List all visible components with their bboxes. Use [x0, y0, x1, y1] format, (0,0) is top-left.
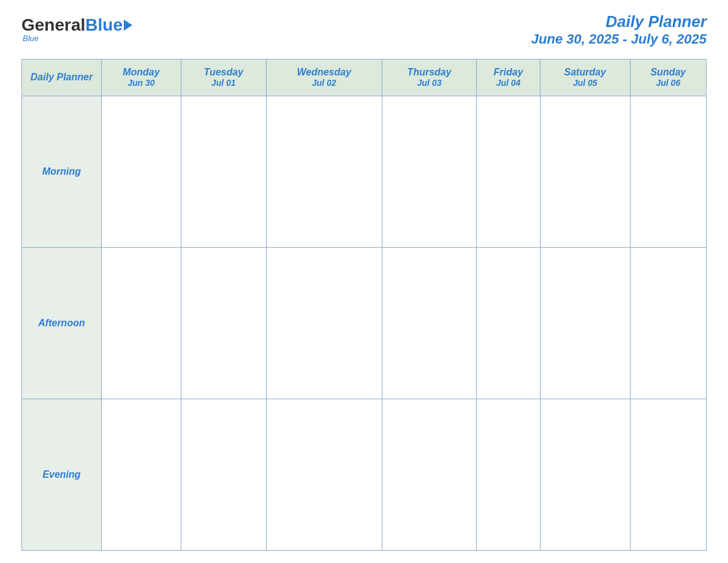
logo: General Blue Blue	[21, 17, 132, 43]
afternoon-wednesday-cell[interactable]	[266, 247, 382, 399]
monday-name: Monday	[102, 67, 181, 78]
table-header-label: Daily Planner	[22, 59, 102, 96]
daily-planner-label: Daily Planner	[28, 67, 95, 87]
afternoon-label: Afternoon	[38, 318, 85, 328]
tuesday-date: Jul 01	[181, 78, 266, 88]
logo-subtitle: Blue	[23, 34, 39, 43]
logo-triangle-icon	[124, 20, 132, 31]
header-saturday: Saturday Jul 05	[540, 59, 630, 96]
afternoon-label-cell: Afternoon	[22, 247, 102, 399]
morning-friday-cell[interactable]	[477, 96, 540, 247]
logo-general-text: General	[21, 17, 85, 34]
morning-row: Morning	[22, 96, 707, 247]
planner-date-range: June 30, 2025 - July 6, 2025	[531, 31, 707, 47]
friday-name: Friday	[477, 67, 540, 78]
morning-tuesday-cell[interactable]	[181, 96, 266, 247]
logo-text: General Blue	[21, 17, 132, 34]
saturday-date: Jul 05	[540, 78, 630, 88]
saturday-name: Saturday	[540, 67, 630, 78]
sunday-name: Sunday	[631, 67, 706, 78]
friday-date: Jul 04	[477, 78, 540, 88]
page: General Blue Blue Daily Planner June 30,…	[0, 0, 728, 563]
evening-tuesday-cell[interactable]	[181, 399, 266, 550]
tuesday-name: Tuesday	[181, 67, 266, 78]
morning-thursday-cell[interactable]	[382, 96, 476, 247]
thursday-name: Thursday	[382, 67, 476, 78]
evening-wednesday-cell[interactable]	[266, 399, 382, 550]
afternoon-monday-cell[interactable]	[102, 247, 181, 399]
planner-title: Daily Planner	[531, 12, 707, 31]
logo-blue-text: Blue	[85, 17, 123, 34]
evening-label: Evening	[42, 469, 80, 480]
afternoon-tuesday-cell[interactable]	[181, 247, 266, 399]
morning-label: Morning	[42, 166, 81, 177]
evening-saturday-cell[interactable]	[540, 399, 630, 550]
header-tuesday: Tuesday Jul 01	[181, 59, 266, 96]
morning-label-cell: Morning	[22, 96, 102, 247]
evening-monday-cell[interactable]	[102, 399, 181, 550]
morning-wednesday-cell[interactable]	[266, 96, 382, 247]
evening-thursday-cell[interactable]	[382, 399, 476, 550]
header: General Blue Blue Daily Planner June 30,…	[21, 12, 707, 48]
header-thursday: Thursday Jul 03	[382, 59, 476, 96]
table-header-row: Daily Planner Monday Jun 30 Tuesday Jul …	[22, 59, 707, 96]
header-wednesday: Wednesday Jul 02	[266, 59, 382, 96]
wednesday-date: Jul 02	[267, 78, 382, 88]
evening-sunday-cell[interactable]	[630, 399, 706, 550]
afternoon-saturday-cell[interactable]	[540, 247, 630, 399]
evening-friday-cell[interactable]	[477, 399, 540, 550]
header-monday: Monday Jun 30	[102, 59, 181, 96]
monday-date: Jun 30	[102, 78, 181, 88]
title-section: Daily Planner June 30, 2025 - July 6, 20…	[531, 12, 707, 48]
afternoon-thursday-cell[interactable]	[382, 247, 476, 399]
afternoon-sunday-cell[interactable]	[630, 247, 706, 399]
morning-monday-cell[interactable]	[102, 96, 181, 247]
afternoon-row: Afternoon	[22, 247, 707, 399]
morning-saturday-cell[interactable]	[540, 96, 630, 247]
planner-table: Daily Planner Monday Jun 30 Tuesday Jul …	[21, 59, 707, 551]
evening-row: Evening	[22, 399, 707, 550]
morning-sunday-cell[interactable]	[630, 96, 706, 247]
sunday-date: Jul 06	[631, 78, 706, 88]
afternoon-friday-cell[interactable]	[477, 247, 540, 399]
thursday-date: Jul 03	[382, 78, 476, 88]
header-friday: Friday Jul 04	[477, 59, 540, 96]
evening-label-cell: Evening	[22, 399, 102, 550]
wednesday-name: Wednesday	[267, 67, 382, 78]
header-sunday: Sunday Jul 06	[630, 59, 706, 96]
